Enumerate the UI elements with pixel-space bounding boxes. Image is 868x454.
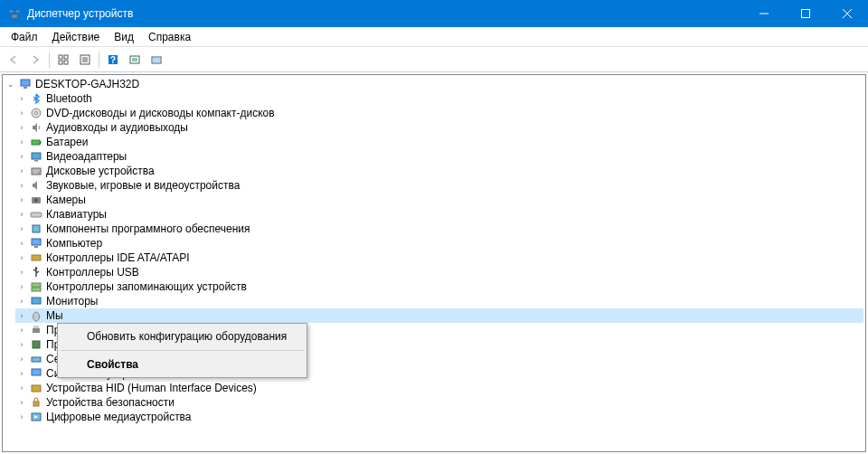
svg-rect-4 bbox=[802, 10, 810, 18]
tree-item-audio-io[interactable]: ›Аудиовходы и аудиовыходы bbox=[15, 120, 863, 135]
menu-file[interactable]: Файл bbox=[4, 29, 45, 45]
hid-icon bbox=[29, 381, 43, 395]
svg-rect-39 bbox=[32, 283, 41, 287]
menubar: Файл Действие Вид Справка bbox=[0, 27, 868, 47]
tree-item-label: Аудиовходы и аудиовыходы bbox=[46, 120, 188, 135]
bluetooth-icon bbox=[29, 91, 43, 106]
close-button[interactable] bbox=[826, 0, 868, 27]
expand-icon[interactable]: › bbox=[15, 382, 28, 394]
expand-icon[interactable]: › bbox=[15, 150, 28, 163]
svg-rect-35 bbox=[32, 239, 41, 245]
expand-icon[interactable]: › bbox=[15, 411, 28, 423]
toolbar: ? bbox=[0, 47, 868, 72]
menu-help[interactable]: Справка bbox=[141, 29, 198, 45]
component-icon bbox=[29, 222, 43, 236]
context-menu-properties[interactable]: Свойства bbox=[60, 354, 305, 375]
expand-icon[interactable]: › bbox=[15, 396, 28, 409]
tree-item-monitors[interactable]: ›Мониторы bbox=[15, 294, 863, 308]
view-button[interactable] bbox=[146, 50, 166, 70]
svg-point-30 bbox=[38, 172, 40, 174]
tree-item-mice[interactable]: ›Мы bbox=[15, 308, 863, 323]
svg-rect-2 bbox=[12, 14, 17, 18]
tree-item-computer[interactable]: ›Компьютер bbox=[15, 236, 863, 251]
svg-point-32 bbox=[34, 199, 38, 203]
svg-rect-18 bbox=[132, 58, 137, 61]
context-menu: Обновить конфигурацию оборудования Свойс… bbox=[57, 323, 307, 378]
speaker-icon bbox=[29, 178, 43, 193]
security-icon bbox=[29, 395, 43, 410]
tree-item-digital-media[interactable]: ›Цифровые медиаустройства bbox=[15, 410, 863, 424]
tree-item-display-adapters[interactable]: ›Видеоадаптеры bbox=[15, 149, 863, 164]
scan-button[interactable] bbox=[125, 50, 145, 70]
help-button[interactable]: ? bbox=[103, 50, 123, 70]
expand-icon[interactable]: › bbox=[15, 208, 28, 221]
expand-icon[interactable]: › bbox=[15, 309, 28, 322]
tree-item-storage-controllers[interactable]: ›Контроллеры запоминающих устройств bbox=[15, 279, 863, 294]
svg-rect-48 bbox=[32, 385, 41, 392]
tree-item-label: Клавиатуры bbox=[46, 207, 107, 222]
tree-item-keyboards[interactable]: ›Клавиатуры bbox=[15, 207, 863, 222]
expand-icon[interactable]: › bbox=[15, 266, 28, 279]
svg-point-38 bbox=[35, 267, 38, 270]
menu-view[interactable]: Вид bbox=[107, 29, 141, 45]
expand-icon[interactable]: › bbox=[15, 194, 28, 206]
tree-item-bluetooth[interactable]: ›Bluetooth bbox=[15, 91, 863, 106]
tree-item-label: Bluetooth bbox=[46, 91, 92, 106]
svg-rect-40 bbox=[32, 288, 41, 291]
svg-rect-10 bbox=[64, 61, 68, 64]
tree-item-label: Контроллеры запоминающих устройств bbox=[46, 279, 247, 294]
forward-button[interactable] bbox=[25, 50, 45, 70]
expand-icon[interactable]: › bbox=[15, 251, 28, 264]
tree-item-label: Контроллеры IDE ATA/ATAPI bbox=[46, 251, 190, 265]
minimize-button[interactable] bbox=[743, 0, 785, 27]
camera-icon bbox=[29, 193, 43, 207]
svg-rect-22 bbox=[24, 87, 27, 89]
expand-icon[interactable]: › bbox=[15, 353, 28, 365]
tree-root[interactable]: ⌄ DESKTOP-GAJH32D bbox=[5, 77, 863, 91]
tree-item-hid[interactable]: ›Устройства HID (Human Interface Devices… bbox=[15, 381, 863, 395]
expand-icon[interactable]: › bbox=[15, 280, 28, 293]
context-menu-separator bbox=[61, 350, 304, 351]
device-tree-panel: ⌄ DESKTOP-GAJH32D ›Bluetooth ›DVD-дисков… bbox=[2, 74, 866, 452]
tree-item-dvd[interactable]: ›DVD-дисководы и дисководы компакт-диско… bbox=[15, 106, 863, 120]
usb-icon bbox=[29, 265, 43, 279]
tree-item-ide-atapi[interactable]: ›Контроллеры IDE ATA/ATAPI bbox=[15, 251, 863, 265]
expand-icon[interactable]: › bbox=[15, 222, 28, 235]
svg-point-42 bbox=[33, 312, 40, 321]
show-hidden-button[interactable] bbox=[53, 50, 73, 70]
menu-action[interactable]: Действие bbox=[45, 29, 108, 45]
tree-item-disk-drives[interactable]: ›Дисковые устройства bbox=[15, 164, 863, 178]
expand-icon[interactable]: › bbox=[15, 295, 28, 307]
svg-rect-25 bbox=[32, 140, 40, 145]
expand-icon[interactable]: › bbox=[15, 237, 28, 250]
tree-item-batteries[interactable]: ›Батареи bbox=[15, 135, 863, 149]
svg-rect-26 bbox=[40, 141, 42, 144]
expand-icon[interactable]: › bbox=[15, 136, 28, 148]
tree-item-label: Контроллеры USB bbox=[46, 265, 139, 279]
toolbar-separator bbox=[99, 52, 99, 68]
expand-icon[interactable]: ⌄ bbox=[5, 78, 17, 90]
properties-button[interactable] bbox=[75, 50, 95, 70]
maximize-button[interactable] bbox=[785, 0, 826, 27]
expand-icon[interactable]: › bbox=[15, 338, 28, 351]
expand-icon[interactable]: › bbox=[15, 165, 28, 177]
expand-icon[interactable]: › bbox=[15, 121, 28, 134]
expand-icon[interactable]: › bbox=[15, 92, 28, 105]
battery-icon bbox=[29, 135, 43, 149]
expand-icon[interactable]: › bbox=[15, 179, 28, 192]
tree-item-label: Цифровые медиаустройства bbox=[46, 410, 192, 424]
svg-rect-9 bbox=[59, 61, 62, 64]
tree-item-software-components[interactable]: ›Компоненты программного обеспечения bbox=[15, 222, 863, 236]
tree-item-security-devices[interactable]: ›Устройства безопасности bbox=[15, 395, 863, 410]
tree-item-sound-video-game[interactable]: ›Звуковые, игровые и видеоустройства bbox=[15, 178, 863, 193]
expand-icon[interactable]: › bbox=[15, 107, 28, 119]
context-menu-refresh[interactable]: Обновить конфигурацию оборудования bbox=[60, 326, 305, 347]
svg-rect-46 bbox=[32, 357, 41, 362]
app-icon bbox=[7, 6, 22, 21]
tree-item-usb-controllers[interactable]: ›Контроллеры USB bbox=[15, 265, 863, 279]
expand-icon[interactable]: › bbox=[15, 367, 28, 380]
back-button[interactable] bbox=[4, 50, 24, 70]
tree-item-cameras[interactable]: ›Камеры bbox=[15, 193, 863, 207]
pc-icon bbox=[29, 236, 43, 251]
expand-icon[interactable]: › bbox=[15, 324, 28, 336]
